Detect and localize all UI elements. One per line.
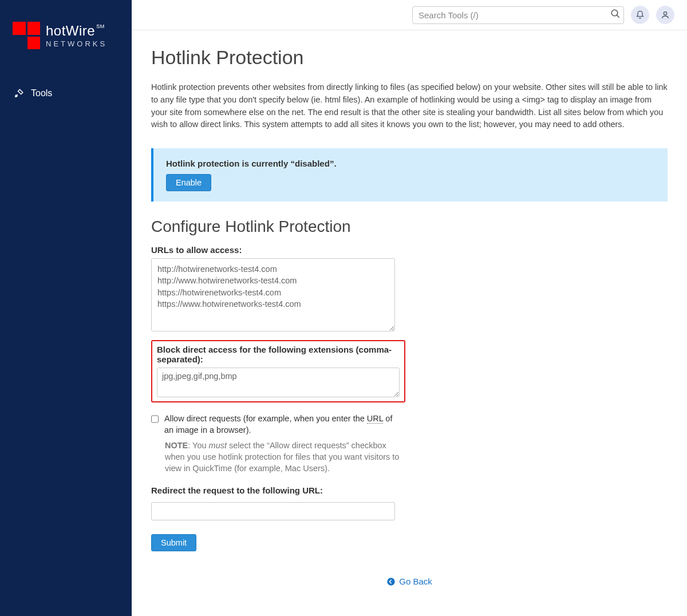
allow-direct-checkbox[interactable] [151, 415, 159, 423]
search-icon [610, 9, 621, 19]
svg-line-2 [617, 15, 619, 18]
sidebar-item-label: Tools [31, 88, 52, 98]
svg-point-3 [664, 12, 666, 15]
redirect-input[interactable] [151, 502, 395, 520]
page-title: Hotlink Protection [151, 46, 668, 69]
submit-button[interactable]: Submit [151, 534, 196, 551]
allow-direct-label: Allow direct requests (for example, when… [164, 413, 403, 436]
arrow-left-circle-icon [386, 577, 396, 586]
brand-logo-text: hotWireSM NETWORKS [46, 24, 107, 48]
tools-icon [14, 88, 24, 98]
svg-point-1 [611, 10, 618, 16]
content: Hotlink Protection Hotlink protection pr… [132, 30, 687, 611]
page-description: Hotlink protection prevents other websit… [151, 81, 668, 131]
allow-direct-row: Allow direct requests (for example, when… [151, 413, 403, 436]
sidebar-item-tools[interactable]: Tools [0, 82, 132, 104]
account-button[interactable] [656, 6, 674, 24]
extensions-textarea[interactable] [157, 368, 400, 397]
extensions-highlight-box: Block direct access for the following ex… [151, 340, 405, 402]
enable-button[interactable]: Enable [166, 174, 211, 191]
urls-textarea[interactable] [151, 258, 395, 331]
user-icon [661, 10, 670, 19]
search-wrap [412, 6, 624, 24]
note-text: NOTE: You must select the “Allow direct … [165, 440, 400, 475]
svg-point-4 [388, 578, 395, 585]
footer: cPanel104.0.5 Home Trademarks Privacy Po… [132, 611, 687, 616]
extensions-label: Block direct access for the following ex… [157, 345, 400, 364]
search-input[interactable] [412, 6, 624, 24]
status-alert: Hotlink protection is currently “disable… [151, 148, 668, 202]
url-abbr: URL [367, 414, 383, 424]
brand-logo-icon [13, 22, 40, 49]
brand-logo: hotWireSM NETWORKS [0, 11, 132, 66]
topbar [132, 0, 687, 30]
urls-label: URLs to allow access: [151, 245, 668, 255]
notifications-button[interactable] [631, 6, 649, 24]
bell-icon [635, 10, 645, 19]
go-back-link[interactable]: Go Back [386, 576, 432, 586]
main: Hotlink Protection Hotlink protection pr… [132, 0, 687, 616]
status-text: Hotlink protection is currently “disable… [166, 159, 655, 168]
redirect-label: Redirect the request to the following UR… [151, 485, 668, 495]
configure-heading: Configure Hotlink Protection [151, 218, 668, 236]
sidebar: hotWireSM NETWORKS Tools [0, 0, 132, 616]
search-button[interactable] [610, 9, 621, 19]
go-back-wrap: Go Back [151, 576, 668, 588]
